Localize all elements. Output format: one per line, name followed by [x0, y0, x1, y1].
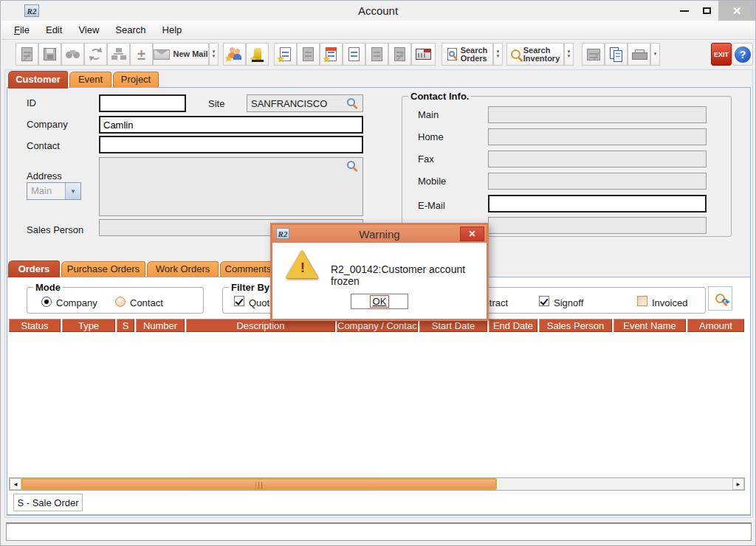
search-orders-dropdown[interactable]: ▼▼ — [493, 43, 503, 66]
window-title: Account — [1, 1, 755, 21]
home-phone-label: Home — [418, 131, 444, 142]
address-type-dropdown[interactable]: ▼ — [65, 183, 80, 199]
signoff-checkbox[interactable] — [539, 296, 549, 306]
menubar: File Edit View Search Help — [1, 21, 756, 40]
refresh-button[interactable] — [84, 43, 107, 66]
dialog-ok-button[interactable]: OK — [351, 294, 408, 309]
open-quote-button[interactable] — [297, 43, 320, 66]
save-icon — [44, 48, 56, 61]
copy-button[interactable] — [605, 43, 628, 66]
scroll-left-button[interactable]: ◄ — [10, 478, 21, 490]
col-s[interactable]: S — [117, 319, 134, 332]
tab-event[interactable]: Event — [69, 72, 111, 87]
search-orders-icon — [447, 48, 457, 61]
help-button[interactable]: ? — [732, 43, 753, 66]
col-amount[interactable]: Amount — [687, 319, 744, 332]
menu-help[interactable]: Help — [154, 21, 190, 39]
company-input[interactable] — [99, 116, 363, 134]
document-gray-icon — [303, 47, 314, 61]
find-button[interactable] — [61, 43, 84, 66]
maximize-button[interactable] — [695, 1, 718, 21]
col-end-date[interactable]: End Date — [489, 319, 537, 332]
save-button[interactable] — [38, 43, 61, 66]
close-button[interactable]: ✕ — [718, 1, 755, 21]
open-order-button[interactable] — [365, 43, 388, 66]
tab-work-orders[interactable]: Work Orders — [147, 261, 219, 277]
print-button[interactable] — [628, 43, 650, 66]
scroll-right-button[interactable]: ► — [732, 478, 744, 490]
col-type[interactable]: Type — [62, 319, 115, 332]
exit-button[interactable]: EXIT — [711, 43, 732, 66]
menu-file[interactable]: File — [6, 21, 38, 39]
site-picker-icon[interactable] — [347, 98, 355, 106]
new-record-button[interactable] — [16, 43, 38, 66]
envelope-icon — [154, 49, 170, 60]
mode-contact-radio[interactable] — [115, 297, 126, 307]
search-inventory-label-2: Inventory — [523, 54, 560, 63]
address-picker-icon[interactable] — [347, 161, 355, 169]
site-value: SANFRANCISCO — [251, 98, 327, 109]
pos-register-button[interactable] — [411, 43, 436, 66]
chevron-down-icon: ▼ — [212, 55, 216, 58]
new-order-button[interactable]: ★ — [320, 43, 343, 66]
copy-order-button[interactable] — [388, 43, 411, 66]
edit-button[interactable] — [582, 43, 605, 66]
dialog-message: R2_00142:Customer account frozen — [331, 263, 487, 287]
quote-checkbox[interactable] — [234, 296, 244, 306]
apply-filter-button[interactable]: ↷ — [708, 286, 732, 311]
warning-triangle-icon: ! — [286, 250, 320, 281]
email-input[interactable] — [488, 195, 707, 212]
edit-icon — [587, 49, 600, 61]
tab-comments[interactable]: Comments — [220, 261, 276, 277]
search-inventory-button[interactable]: SearchInventory — [506, 43, 564, 66]
mode-company-radio[interactable] — [41, 297, 52, 307]
main-phone-field — [488, 106, 707, 123]
search-inventory-dropdown[interactable]: ▼▼ — [564, 43, 574, 66]
legend-bar: S - Sale Order — [13, 494, 83, 511]
new-quote-button[interactable]: ★ — [274, 43, 297, 66]
search-orders-button[interactable]: SearchOrders — [441, 43, 493, 66]
main-phone-label: Main — [418, 109, 439, 120]
tab-customer[interactable]: Customer — [8, 71, 68, 89]
col-sales-person[interactable]: Sales Person — [539, 319, 612, 332]
col-event-name[interactable]: Event Name — [614, 319, 686, 332]
new-mail-button[interactable]: New Mail — [153, 43, 209, 66]
contact-input[interactable] — [99, 136, 363, 153]
arrow-right-icon: ► — [735, 481, 741, 488]
document-star-icon: ★ — [280, 47, 291, 61]
menu-edit[interactable]: Edit — [38, 21, 70, 39]
contact-info-legend: Contact Info. — [408, 91, 471, 102]
scrollbar-thumb[interactable] — [21, 478, 497, 490]
close-icon: ✕ — [468, 229, 475, 239]
view-order-button[interactable] — [343, 43, 365, 66]
cash-register-icon — [416, 49, 431, 60]
menu-view[interactable]: View — [70, 21, 107, 39]
status-bar-field[interactable] — [6, 522, 752, 541]
account-window: R2 Account ✕ File Edit View Search Help … — [0, 0, 756, 546]
id-input[interactable] — [99, 94, 186, 112]
minimize-button[interactable] — [673, 1, 695, 21]
documents-stack-icon — [394, 47, 405, 61]
adjust-button[interactable]: ± — [130, 43, 153, 66]
print-dropdown[interactable]: ▼ — [650, 43, 660, 66]
horizontal-scrollbar: ◄ ► — [9, 477, 745, 491]
awards-button[interactable]: ★ — [246, 43, 269, 66]
dialog-close-button[interactable]: ✕ — [460, 227, 484, 241]
menu-search[interactable]: Search — [107, 21, 154, 39]
sites-button[interactable] — [107, 43, 130, 66]
new-mail-dropdown[interactable]: ▼▼ — [209, 43, 219, 66]
address-type-select[interactable]: Main ▼ — [27, 182, 81, 200]
tab-purchase-orders[interactable]: Purchase Orders — [61, 261, 145, 277]
address-label: Address — [27, 170, 62, 182]
people-icon: ★ — [227, 47, 243, 61]
tab-orders[interactable]: Orders — [8, 260, 60, 277]
tab-project[interactable]: Project — [113, 72, 159, 87]
binoculars-icon — [66, 50, 80, 59]
invoiced-checkbox[interactable] — [637, 296, 647, 306]
new-contact-button[interactable]: ★ — [223, 43, 246, 66]
grip-icon — [256, 482, 263, 489]
col-status[interactable]: Status — [9, 319, 61, 332]
col-number[interactable]: Number — [136, 319, 185, 332]
document-gray-icon — [371, 47, 382, 61]
id-label: ID — [27, 97, 36, 108]
